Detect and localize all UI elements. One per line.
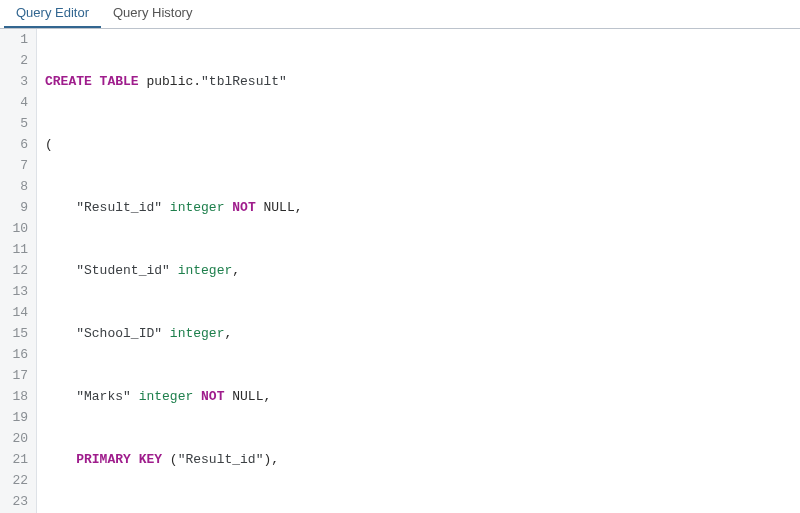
line-number-gutter: 1 2 3 4 5 6 7 8 9 10 11 12 13 14 15 16 1… xyxy=(0,29,37,513)
tab-query-editor[interactable]: Query Editor xyxy=(4,0,101,28)
code-area[interactable]: CREATE TABLE public."tblResult" ( "Resul… xyxy=(37,29,800,513)
line-number: 16 xyxy=(6,344,28,365)
line-number: 10 xyxy=(6,218,28,239)
line-number: 8 xyxy=(6,176,28,197)
line-number: 17 xyxy=(6,365,28,386)
line-number: 21 xyxy=(6,449,28,470)
line-number: 20 xyxy=(6,428,28,449)
line-number: 1 xyxy=(6,29,28,50)
line-number: 19 xyxy=(6,407,28,428)
code-line: "Marks" integer NOT NULL, xyxy=(45,386,800,407)
code-line: PRIMARY KEY ("Result_id"), xyxy=(45,449,800,470)
line-number: 9 xyxy=(6,197,28,218)
line-number: 22 xyxy=(6,470,28,491)
line-number: 23 xyxy=(6,491,28,512)
line-number: 7 xyxy=(6,155,28,176)
line-number: 5 xyxy=(6,113,28,134)
tab-query-history[interactable]: Query History xyxy=(101,0,204,28)
editor-tabs: Query Editor Query History xyxy=(0,0,800,29)
line-number: 13 xyxy=(6,281,28,302)
code-line: "Student_id" integer, xyxy=(45,260,800,281)
sql-editor[interactable]: 1 2 3 4 5 6 7 8 9 10 11 12 13 14 15 16 1… xyxy=(0,29,800,513)
line-number: 15 xyxy=(6,323,28,344)
line-number: 2 xyxy=(6,50,28,71)
line-number: 12 xyxy=(6,260,28,281)
line-number: 14 xyxy=(6,302,28,323)
code-line: CREATE TABLE public."tblResult" xyxy=(45,71,800,92)
line-number: 3 xyxy=(6,71,28,92)
code-line: "Result_id" integer NOT NULL, xyxy=(45,197,800,218)
line-number: 11 xyxy=(6,239,28,260)
line-number: 4 xyxy=(6,92,28,113)
line-number: 6 xyxy=(6,134,28,155)
code-line: "School_ID" integer, xyxy=(45,323,800,344)
code-line: ( xyxy=(45,134,800,155)
line-number: 18 xyxy=(6,386,28,407)
